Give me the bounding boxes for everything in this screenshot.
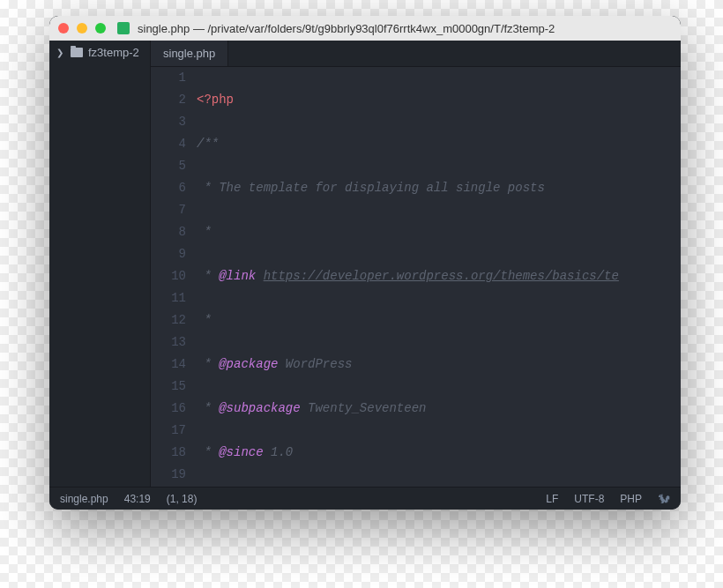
status-encoding[interactable]: UTF-8 <box>574 493 604 505</box>
squirrel-icon[interactable]: 🐿 <box>658 492 670 506</box>
minimize-icon[interactable] <box>77 23 87 33</box>
editor-window: single.php — /private/var/folders/9t/g9b… <box>49 16 681 510</box>
window-title: single.php — /private/var/folders/9t/g9b… <box>138 22 555 35</box>
status-eol[interactable]: LF <box>546 493 558 505</box>
status-cursor[interactable]: (1, 18) <box>167 493 198 505</box>
editor-area: single.php 1 2 3 4 5 6 7 8 9 10 11 12 <box>151 41 681 487</box>
status-position[interactable]: 43:19 <box>124 493 151 505</box>
tabbar: single.php <box>151 41 681 67</box>
tree-root-label: fz3temp-2 <box>88 46 139 59</box>
tab-single-php[interactable]: single.php <box>151 41 228 66</box>
statusbar: single.php 43:19 (1, 18) LF UTF-8 PHP 🐿 <box>49 487 681 510</box>
code-content[interactable]: <?php /** * The template for displaying … <box>197 67 681 487</box>
file-type-icon <box>117 22 130 34</box>
titlebar: single.php — /private/var/folders/9t/g9b… <box>49 16 681 41</box>
folder-icon <box>71 48 83 57</box>
status-language[interactable]: PHP <box>620 493 642 505</box>
chevron-right-icon: ❯ <box>56 48 65 57</box>
file-tree-sidebar[interactable]: ❯ fz3temp-2 <box>49 41 151 487</box>
line-gutter: 1 2 3 4 5 6 7 8 9 10 11 12 13 14 15 16 1 <box>151 67 197 487</box>
code-area[interactable]: 1 2 3 4 5 6 7 8 9 10 11 12 13 14 15 16 1 <box>151 67 681 487</box>
close-icon[interactable] <box>58 23 69 33</box>
tab-label: single.php <box>163 47 215 60</box>
status-file[interactable]: single.php <box>60 493 108 505</box>
zoom-icon[interactable] <box>95 23 106 33</box>
tree-root-item[interactable]: ❯ fz3temp-2 <box>49 41 150 64</box>
editor-body: ❯ fz3temp-2 single.php 1 2 3 4 5 6 7 <box>49 41 681 487</box>
